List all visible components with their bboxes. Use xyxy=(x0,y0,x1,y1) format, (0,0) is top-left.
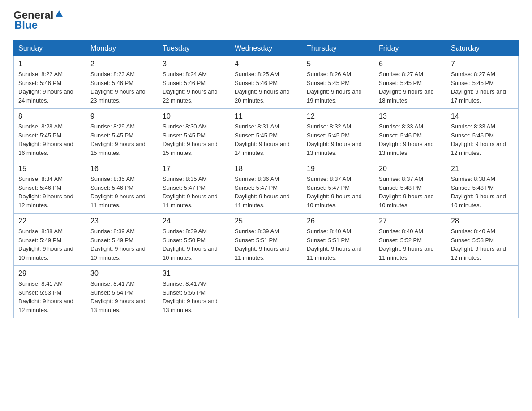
day-info: Sunrise: 8:34 AMSunset: 5:46 PMDaylight:… xyxy=(18,175,81,210)
calendar-cell xyxy=(374,266,446,318)
day-number: 15 xyxy=(18,165,81,173)
day-info: Sunrise: 8:39 AMSunset: 5:51 PMDaylight:… xyxy=(235,227,297,262)
weekday-header-saturday: Saturday xyxy=(446,41,519,56)
day-number: 3 xyxy=(163,60,225,68)
day-info: Sunrise: 8:41 AMSunset: 5:54 PMDaylight:… xyxy=(90,279,153,314)
calendar-cell: 26Sunrise: 8:40 AMSunset: 5:51 PMDayligh… xyxy=(302,214,374,266)
day-info: Sunrise: 8:40 AMSunset: 5:51 PMDaylight:… xyxy=(307,227,369,262)
calendar-cell: 13Sunrise: 8:33 AMSunset: 5:46 PMDayligh… xyxy=(374,109,446,161)
calendar-cell xyxy=(446,266,519,318)
day-number: 22 xyxy=(18,217,81,225)
calendar-cell: 7Sunrise: 8:27 AMSunset: 5:45 PMDaylight… xyxy=(446,56,519,109)
day-number: 10 xyxy=(163,112,225,120)
calendar-week-row: 8Sunrise: 8:28 AMSunset: 5:45 PMDaylight… xyxy=(14,109,519,161)
day-number: 18 xyxy=(235,165,297,173)
day-info: Sunrise: 8:33 AMSunset: 5:46 PMDaylight:… xyxy=(451,122,514,157)
calendar-cell: 8Sunrise: 8:28 AMSunset: 5:45 PMDaylight… xyxy=(14,109,86,161)
day-number: 17 xyxy=(163,165,225,173)
day-info: Sunrise: 8:22 AMSunset: 5:46 PMDaylight:… xyxy=(18,70,81,105)
page-header: General Blue xyxy=(13,9,519,31)
calendar-cell: 12Sunrise: 8:32 AMSunset: 5:45 PMDayligh… xyxy=(302,109,374,161)
calendar-cell: 9Sunrise: 8:29 AMSunset: 5:45 PMDaylight… xyxy=(86,109,158,161)
calendar-cell: 3Sunrise: 8:24 AMSunset: 5:46 PMDaylight… xyxy=(158,56,230,109)
weekday-header-tuesday: Tuesday xyxy=(158,41,230,56)
day-info: Sunrise: 8:41 AMSunset: 5:55 PMDaylight:… xyxy=(163,279,225,314)
calendar-cell: 19Sunrise: 8:37 AMSunset: 5:47 PMDayligh… xyxy=(302,161,374,214)
day-info: Sunrise: 8:39 AMSunset: 5:50 PMDaylight:… xyxy=(163,227,225,262)
day-number: 12 xyxy=(307,112,369,120)
day-info: Sunrise: 8:33 AMSunset: 5:46 PMDaylight:… xyxy=(379,122,442,157)
calendar-cell xyxy=(230,266,302,318)
calendar-cell: 31Sunrise: 8:41 AMSunset: 5:55 PMDayligh… xyxy=(158,266,230,318)
weekday-header-wednesday: Wednesday xyxy=(230,41,302,56)
day-info: Sunrise: 8:28 AMSunset: 5:45 PMDaylight:… xyxy=(18,122,81,157)
day-number: 5 xyxy=(307,60,369,68)
day-info: Sunrise: 8:31 AMSunset: 5:45 PMDaylight:… xyxy=(235,122,297,157)
day-info: Sunrise: 8:24 AMSunset: 5:46 PMDaylight:… xyxy=(163,70,225,105)
calendar-cell: 22Sunrise: 8:38 AMSunset: 5:49 PMDayligh… xyxy=(14,214,86,266)
day-info: Sunrise: 8:32 AMSunset: 5:45 PMDaylight:… xyxy=(307,122,369,157)
day-number: 29 xyxy=(18,270,81,278)
calendar-cell: 5Sunrise: 8:26 AMSunset: 5:45 PMDaylight… xyxy=(302,56,374,109)
day-number: 31 xyxy=(163,270,225,278)
svg-marker-0 xyxy=(55,10,63,17)
weekday-header-monday: Monday xyxy=(86,41,158,56)
day-info: Sunrise: 8:35 AMSunset: 5:46 PMDaylight:… xyxy=(90,175,153,210)
day-info: Sunrise: 8:36 AMSunset: 5:47 PMDaylight:… xyxy=(235,175,297,210)
day-info: Sunrise: 8:38 AMSunset: 5:49 PMDaylight:… xyxy=(18,227,81,262)
calendar-cell: 28Sunrise: 8:40 AMSunset: 5:53 PMDayligh… xyxy=(446,214,519,266)
day-number: 23 xyxy=(90,217,153,225)
calendar-cell: 15Sunrise: 8:34 AMSunset: 5:46 PMDayligh… xyxy=(14,161,86,214)
logo-icon xyxy=(54,9,64,19)
calendar-cell: 14Sunrise: 8:33 AMSunset: 5:46 PMDayligh… xyxy=(446,109,519,161)
day-number: 30 xyxy=(90,270,153,278)
day-info: Sunrise: 8:38 AMSunset: 5:48 PMDaylight:… xyxy=(451,175,514,210)
day-number: 14 xyxy=(451,112,514,120)
calendar-header-row: SundayMondayTuesdayWednesdayThursdayFrid… xyxy=(14,41,519,56)
calendar-cell: 18Sunrise: 8:36 AMSunset: 5:47 PMDayligh… xyxy=(230,161,302,214)
day-info: Sunrise: 8:26 AMSunset: 5:45 PMDaylight:… xyxy=(307,70,369,105)
day-number: 8 xyxy=(18,112,81,120)
calendar-cell: 27Sunrise: 8:40 AMSunset: 5:52 PMDayligh… xyxy=(374,214,446,266)
calendar-cell: 21Sunrise: 8:38 AMSunset: 5:48 PMDayligh… xyxy=(446,161,519,214)
day-info: Sunrise: 8:30 AMSunset: 5:45 PMDaylight:… xyxy=(163,122,225,157)
day-info: Sunrise: 8:37 AMSunset: 5:48 PMDaylight:… xyxy=(379,175,442,210)
day-number: 11 xyxy=(235,112,297,120)
calendar-cell: 10Sunrise: 8:30 AMSunset: 5:45 PMDayligh… xyxy=(158,109,230,161)
day-info: Sunrise: 8:27 AMSunset: 5:45 PMDaylight:… xyxy=(451,70,514,105)
day-info: Sunrise: 8:35 AMSunset: 5:47 PMDaylight:… xyxy=(163,175,225,210)
day-number: 2 xyxy=(90,60,153,68)
calendar-cell: 11Sunrise: 8:31 AMSunset: 5:45 PMDayligh… xyxy=(230,109,302,161)
calendar-cell: 30Sunrise: 8:41 AMSunset: 5:54 PMDayligh… xyxy=(86,266,158,318)
calendar-week-row: 22Sunrise: 8:38 AMSunset: 5:49 PMDayligh… xyxy=(14,214,519,266)
calendar-cell: 25Sunrise: 8:39 AMSunset: 5:51 PMDayligh… xyxy=(230,214,302,266)
calendar-cell: 17Sunrise: 8:35 AMSunset: 5:47 PMDayligh… xyxy=(158,161,230,214)
day-number: 13 xyxy=(379,112,442,120)
calendar-cell: 6Sunrise: 8:27 AMSunset: 5:45 PMDaylight… xyxy=(374,56,446,109)
calendar-table: SundayMondayTuesdayWednesdayThursdayFrid… xyxy=(13,40,519,318)
day-info: Sunrise: 8:29 AMSunset: 5:45 PMDaylight:… xyxy=(90,122,153,157)
day-info: Sunrise: 8:41 AMSunset: 5:53 PMDaylight:… xyxy=(18,279,81,314)
day-number: 25 xyxy=(235,217,297,225)
weekday-header-friday: Friday xyxy=(374,41,446,56)
calendar-cell: 29Sunrise: 8:41 AMSunset: 5:53 PMDayligh… xyxy=(14,266,86,318)
day-number: 9 xyxy=(90,112,153,120)
day-info: Sunrise: 8:40 AMSunset: 5:52 PMDaylight:… xyxy=(379,227,442,262)
day-info: Sunrise: 8:40 AMSunset: 5:53 PMDaylight:… xyxy=(451,227,514,262)
day-number: 26 xyxy=(307,217,369,225)
day-number: 20 xyxy=(379,165,442,173)
day-number: 16 xyxy=(90,165,153,173)
calendar-week-row: 15Sunrise: 8:34 AMSunset: 5:46 PMDayligh… xyxy=(14,161,519,214)
day-number: 1 xyxy=(18,60,81,68)
calendar-cell xyxy=(302,266,374,318)
calendar-week-row: 1Sunrise: 8:22 AMSunset: 5:46 PMDaylight… xyxy=(14,56,519,109)
day-number: 19 xyxy=(307,165,369,173)
day-number: 27 xyxy=(379,217,442,225)
day-number: 24 xyxy=(163,217,225,225)
weekday-header-sunday: Sunday xyxy=(14,41,86,56)
day-number: 6 xyxy=(379,60,442,68)
calendar-cell: 20Sunrise: 8:37 AMSunset: 5:48 PMDayligh… xyxy=(374,161,446,214)
day-number: 28 xyxy=(451,217,514,225)
day-info: Sunrise: 8:39 AMSunset: 5:49 PMDaylight:… xyxy=(90,227,153,262)
calendar-cell: 4Sunrise: 8:25 AMSunset: 5:46 PMDaylight… xyxy=(230,56,302,109)
